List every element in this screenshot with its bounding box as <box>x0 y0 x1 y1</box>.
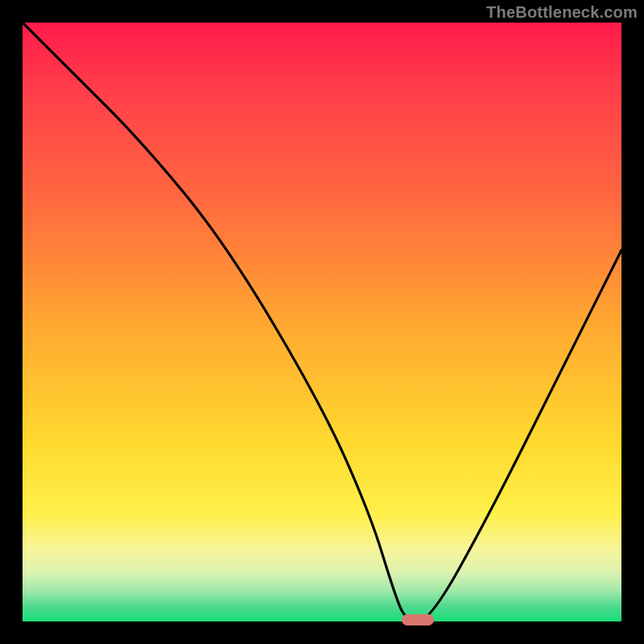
plot-area <box>23 23 621 621</box>
optimal-point-marker <box>402 614 434 625</box>
bottleneck-curve <box>23 23 621 621</box>
chart-frame: TheBottleneck.com <box>0 0 644 644</box>
watermark-text: TheBottleneck.com <box>486 3 638 22</box>
